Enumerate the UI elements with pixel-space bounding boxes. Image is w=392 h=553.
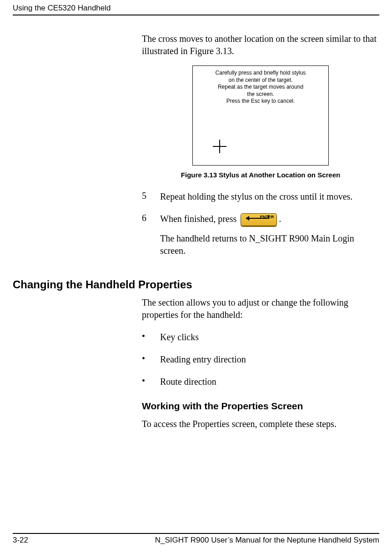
- bullet-item: • Key clicks: [142, 331, 379, 343]
- figure-3-13: Carefully press and briefly hold stylus …: [142, 65, 379, 179]
- figure-caption: Figure 3.13 Stylus at Another Location o…: [142, 171, 379, 179]
- bullet-item: • Reading entry direction: [142, 353, 379, 366]
- footer-rule: [13, 533, 379, 534]
- running-header: Using the CE5320 Handheld: [13, 4, 379, 13]
- step-6: 6 When finished, press ENTER . The handh…: [142, 213, 379, 257]
- step-6-suffix: .: [279, 214, 281, 224]
- calibration-instructions: Carefully press and briefly hold stylus …: [193, 66, 328, 105]
- heading-working-properties: Working with the Properties Screen: [142, 401, 379, 412]
- page-number: 3-22: [13, 536, 28, 545]
- changing-intro: The section allows you to adjust or chan…: [142, 297, 379, 321]
- calib-line-4: the screen.: [193, 91, 328, 98]
- bullet-marker: •: [142, 353, 152, 366]
- step-text: When finished, press ENTER . The handhel…: [160, 213, 379, 257]
- heading-changing-properties: Changing the Handheld Properties: [13, 278, 379, 291]
- bullet-text: Key clicks: [160, 331, 199, 343]
- calib-line-1: Carefully press and briefly hold stylus: [193, 70, 328, 77]
- step-6-prefix: When finished, press: [160, 214, 239, 224]
- step-5: 5 Repeat holding the stylus on the cross…: [142, 191, 379, 203]
- enter-arrow-icon: [244, 211, 269, 224]
- calib-line-5: Press the Esc key to cancel.: [193, 98, 328, 105]
- calib-line-2: on the center of the target.: [193, 77, 328, 84]
- header-rule: [13, 15, 379, 15]
- footer-doc-title: N_SIGHT R900 User’s Manual for the Neptu…: [155, 536, 379, 545]
- bullet-item: • Route direction: [142, 376, 379, 388]
- step-number: 6: [142, 213, 152, 257]
- bullet-text: Route direction: [160, 376, 216, 388]
- bullet-text: Reading entry direction: [160, 353, 246, 366]
- calibration-cross-icon: [213, 140, 226, 153]
- bullet-marker: •: [142, 376, 152, 388]
- bullet-marker: •: [142, 331, 152, 343]
- intro-paragraph: The cross moves to another location on t…: [142, 33, 379, 57]
- calib-line-3: Repeat as the target moves around: [193, 84, 328, 91]
- step-number: 5: [142, 191, 152, 203]
- step-text: Repeat holding the stylus on the cross u…: [160, 191, 379, 203]
- calibration-screenshot: Carefully press and briefly hold stylus …: [192, 65, 329, 166]
- working-intro: To access the Properties screen, complet…: [142, 418, 379, 430]
- enter-key-icon: ENTER: [241, 213, 277, 226]
- step-6-result: The handheld returns to N_SIGHT R900 Mai…: [160, 232, 379, 257]
